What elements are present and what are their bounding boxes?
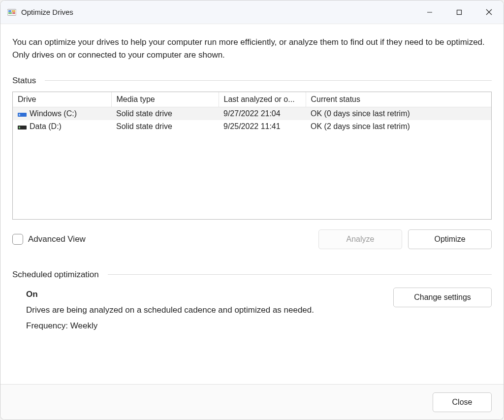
current-status: OK (0 days since last retrim) <box>306 107 491 120</box>
media-type: Solid state drive <box>111 120 219 133</box>
svg-rect-4 <box>12 12 15 14</box>
media-type: Solid state drive <box>111 107 219 120</box>
divider <box>45 80 492 81</box>
footer: Close <box>0 384 504 420</box>
status-header: Status <box>12 76 492 86</box>
titlebar: Optimize Drives <box>0 0 504 24</box>
current-status: OK (2 days since last retrim) <box>306 120 491 133</box>
table-row[interactable]: Data (D:) Solid state drive 9/25/2022 11… <box>13 120 491 133</box>
drive-name: Data (D:) <box>30 122 62 131</box>
svg-rect-6 <box>457 10 462 14</box>
table-header-row: Drive Media type Last analyzed or o... C… <box>13 92 491 107</box>
analyze-button[interactable]: Analyze <box>318 229 402 249</box>
maximize-button[interactable] <box>444 0 474 24</box>
checkbox-box[interactable] <box>12 234 23 245</box>
last-analyzed: 9/27/2022 21:04 <box>219 107 306 120</box>
scheduled-frequency: Frequency: Weekly <box>26 318 393 334</box>
below-table-row: Advanced View Analyze Optimize <box>12 229 492 249</box>
scheduled-optimization-section: Scheduled optimization On Drives are bei… <box>12 270 492 334</box>
advanced-view-checkbox[interactable]: Advanced View <box>12 234 86 245</box>
intro-text: You can optimize your drives to help you… <box>12 36 492 62</box>
table-row[interactable]: Windows (C:) Solid state drive 9/27/2022… <box>13 107 491 120</box>
window-title: Optimize Drives <box>21 8 73 16</box>
drive-icon <box>18 111 27 117</box>
col-last-analyzed[interactable]: Last analyzed or o... <box>219 92 306 107</box>
drive-icon <box>18 124 27 129</box>
drive-name: Windows (C:) <box>30 109 77 118</box>
col-drive[interactable]: Drive <box>13 92 111 107</box>
col-media-type[interactable]: Media type <box>111 92 219 107</box>
content-area: You can optimize your drives to help you… <box>0 24 504 384</box>
svg-rect-2 <box>12 10 15 12</box>
svg-rect-1 <box>8 10 11 12</box>
minimize-button[interactable] <box>415 0 444 24</box>
scheduled-label: Scheduled optimization <box>12 270 99 280</box>
close-window-button[interactable] <box>474 0 504 24</box>
app-icon <box>7 8 16 17</box>
status-label: Status <box>12 76 36 86</box>
scheduled-text: On Drives are being analyzed on a schedu… <box>12 287 393 334</box>
last-analyzed: 9/25/2022 11:41 <box>219 120 306 133</box>
svg-rect-10 <box>19 114 20 116</box>
optimize-button[interactable]: Optimize <box>408 229 492 249</box>
svg-rect-3 <box>8 12 12 14</box>
scheduled-state: On <box>26 287 393 302</box>
scheduled-desc: Drives are being analyzed on a scheduled… <box>26 302 393 318</box>
close-button[interactable]: Close <box>433 392 492 412</box>
change-settings-button[interactable]: Change settings <box>393 288 492 307</box>
drives-table[interactable]: Drive Media type Last analyzed or o... C… <box>12 92 492 220</box>
advanced-view-label: Advanced View <box>28 234 86 244</box>
optimize-drives-window: Optimize Drives You can optimize your dr… <box>0 0 504 420</box>
col-current-status[interactable]: Current status <box>306 92 491 107</box>
divider <box>108 274 492 275</box>
scheduled-header: Scheduled optimization <box>12 270 492 280</box>
svg-rect-12 <box>19 127 20 129</box>
